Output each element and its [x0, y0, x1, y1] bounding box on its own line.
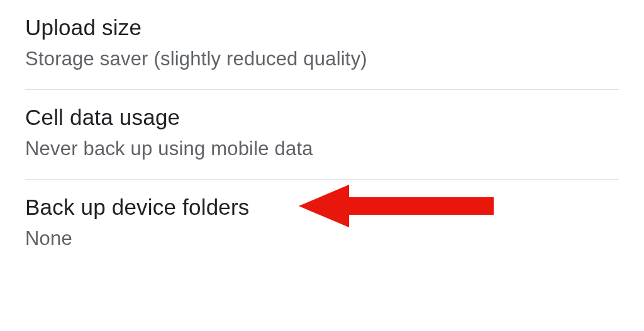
item-title: Upload size — [25, 15, 619, 40]
item-title: Back up device folders — [25, 195, 619, 220]
settings-item-upload-size[interactable]: Upload size Storage saver (slightly redu… — [25, 0, 619, 90]
settings-list: Upload size Storage saver (slightly redu… — [0, 0, 644, 269]
item-title: Cell data usage — [25, 105, 619, 130]
settings-item-backup-folders[interactable]: Back up device folders None — [25, 180, 619, 269]
item-subtitle: Storage saver (slightly reduced quality) — [25, 48, 619, 70]
settings-item-cell-data-usage[interactable]: Cell data usage Never back up using mobi… — [25, 90, 619, 180]
item-subtitle: Never back up using mobile data — [25, 138, 619, 160]
item-subtitle: None — [25, 227, 619, 250]
